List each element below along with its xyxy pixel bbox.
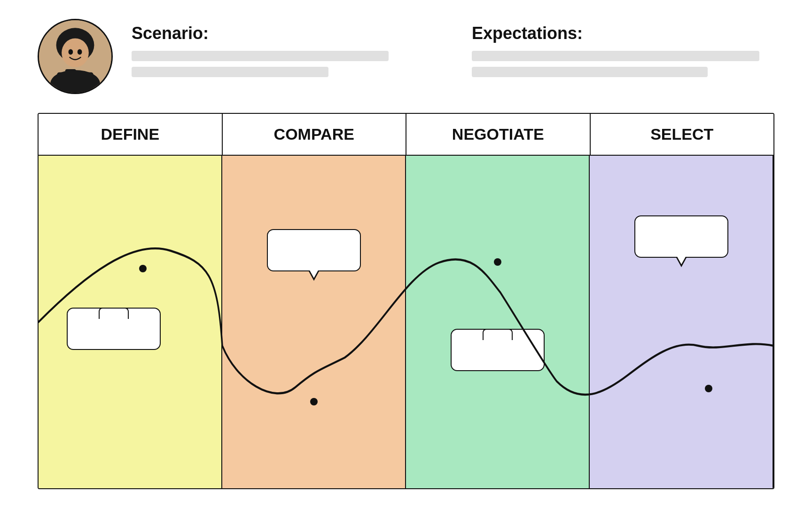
header-section: Scenario: Expectations: — [38, 19, 774, 94]
header-info: Scenario: Expectations: — [132, 19, 774, 77]
col-header-define: DEFINE — [39, 114, 223, 155]
col-compare — [222, 156, 406, 488]
page-container: Scenario: Expectations: DEFINE COMPARE N… — [0, 0, 812, 508]
expectations-line-2 — [472, 67, 708, 77]
scenario-label: Scenario: — [132, 24, 434, 43]
col-negotiate — [406, 156, 590, 488]
negotiate-bubble — [451, 329, 545, 371]
select-dot — [705, 385, 712, 392]
col-header-negotiate: NEGOTIATE — [406, 114, 591, 155]
avatar — [38, 19, 113, 94]
expectations-line-1 — [472, 51, 759, 61]
negotiate-dot — [494, 258, 501, 266]
col-header-compare: COMPARE — [223, 114, 407, 155]
define-dot — [139, 265, 147, 272]
select-bubble — [634, 215, 728, 258]
scenario-line-1 — [132, 51, 389, 61]
compare-dot — [310, 398, 318, 405]
col-select — [590, 156, 773, 488]
expectations-label: Expectations: — [472, 24, 774, 43]
scenario-block: Scenario: — [132, 24, 434, 77]
expectations-block: Expectations: — [472, 24, 774, 77]
table-body — [39, 156, 773, 488]
svg-point-2 — [62, 39, 89, 68]
table-header: DEFINE COMPARE NEGOTIATE SELECT — [39, 114, 773, 156]
scenario-line-2 — [132, 67, 328, 77]
col-header-select: SELECT — [591, 114, 774, 155]
svg-point-4 — [78, 49, 82, 55]
compare-bubble — [267, 229, 361, 271]
define-bubble — [67, 308, 161, 350]
col-define — [39, 156, 222, 488]
svg-point-3 — [69, 49, 73, 55]
main-table: DEFINE COMPARE NEGOTIATE SELECT — [38, 113, 774, 489]
